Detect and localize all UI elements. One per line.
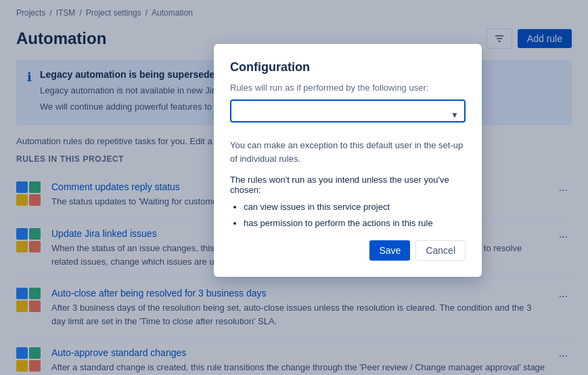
dialog-warning-title: The rules won't run as you intend unless… — [230, 175, 466, 195]
list-item: can view issues in this service project — [244, 200, 466, 214]
configuration-dialog: Configuration Rules will run as if perfo… — [214, 44, 482, 277]
dialog-actions: Save Cancel — [230, 240, 466, 261]
cancel-button[interactable]: Cancel — [415, 240, 466, 261]
dialog-note: You can make an exception to this defaul… — [230, 139, 466, 165]
save-button[interactable]: Save — [369, 240, 410, 261]
dialog-subtitle: Rules will run as if performed by the fo… — [230, 83, 466, 93]
list-item: has permission to perform the actions in… — [244, 217, 466, 230]
select-wrapper: ▼ — [230, 100, 466, 131]
user-select[interactable] — [230, 100, 466, 123]
dialog-warning-list: can view issues in this service project … — [230, 200, 466, 229]
dialog-title: Configuration — [230, 60, 466, 74]
